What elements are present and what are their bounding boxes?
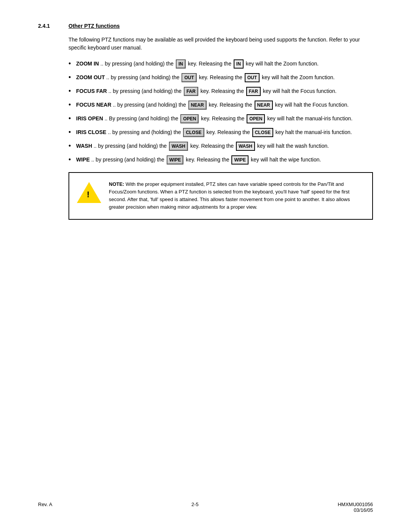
note-label: NOTE:	[109, 181, 124, 187]
text-part: .. by pressing and (holding) the	[106, 129, 182, 135]
bullet-content: IRIS CLOSE .. by pressing and (holding) …	[76, 128, 373, 137]
key-close-2: CLOSE	[252, 128, 273, 137]
key-wash-1: WASH	[169, 142, 188, 151]
key-out-1: OUT	[182, 73, 196, 82]
text-part: key halt the manual-iris function.	[274, 129, 352, 135]
key-in-2: IN	[234, 59, 244, 69]
bullet-content: ZOOM IN .. by pressing (and holding) the…	[76, 59, 373, 69]
text-part: .. by pressing (and holding) the	[112, 102, 188, 108]
text-part: .. by pressing (and holding) the	[92, 143, 168, 149]
footer-right: HMXMU001056 03/16/05	[338, 502, 373, 513]
text-part: key. Releasing the	[186, 61, 233, 67]
list-item: • FOCUS FAR .. by pressing (and holding)…	[68, 87, 373, 96]
key-close-1: CLOSE	[183, 128, 204, 137]
text-part: key will halt the wash function.	[256, 143, 329, 149]
text-part: key. Releasing the	[199, 88, 245, 94]
text-part: key. Releasing the	[205, 129, 252, 135]
text-part: .. By pressing (and holding) the	[103, 115, 180, 121]
intro-text: The following PTZ functions may be avail…	[68, 36, 373, 52]
bold-label: ZOOM OUT	[76, 74, 105, 80]
bullet-dot: •	[68, 59, 76, 68]
bold-label: ZOOM IN	[76, 61, 99, 67]
bullet-content: FOCUS NEAR .. by pressing (and holding) …	[76, 101, 373, 110]
bullet-dot: •	[68, 128, 76, 137]
key-far-1: FAR	[184, 87, 198, 96]
text-part: key. Releasing the	[199, 115, 246, 121]
text-part: key will halt the manual-iris function.	[266, 115, 352, 121]
section-number: 2.4.1	[38, 23, 68, 29]
bullet-content: FOCUS FAR .. by pressing (and holding) t…	[76, 87, 373, 96]
text-part: .. by pressing (and holding) the	[90, 157, 166, 163]
text-part: key will halt the wipe function.	[249, 157, 321, 163]
bold-label: FOCUS NEAR	[76, 102, 112, 108]
bullet-dot: •	[68, 155, 76, 164]
footer-center: 2-5	[191, 502, 199, 513]
footer: Rev. A 2-5 HMXMU001056 03/16/05	[38, 502, 373, 513]
footer-doc-num: HMXMU001056	[338, 502, 373, 507]
key-open-2: OPEN	[247, 114, 265, 123]
text-part: key will halt the Focus function.	[261, 88, 337, 94]
bold-label: IRIS OPEN	[76, 115, 103, 121]
key-wipe-2: WIPE	[231, 155, 249, 165]
list-item: • ZOOM OUT .. by pressing (and holding) …	[68, 73, 373, 82]
key-near-1: NEAR	[188, 101, 207, 110]
bullet-dot: •	[68, 87, 76, 96]
warning-triangle-icon	[77, 182, 101, 203]
key-far-2: FAR	[246, 87, 261, 96]
list-item: • ZOOM IN .. by pressing (and holding) t…	[68, 59, 373, 69]
key-in-1: IN	[176, 59, 186, 69]
bullet-content: ZOOM OUT .. by pressing (and holding) th…	[76, 73, 373, 82]
text-part: key. Releasing the	[189, 143, 235, 149]
key-open-1: OPEN	[180, 114, 199, 123]
text-part: key will halt the Zoom function.	[260, 74, 335, 80]
text-part: .. by pressing (and holding) the	[99, 61, 175, 67]
text-part: key. Releasing the	[184, 157, 231, 163]
warning-icon-container	[77, 181, 101, 203]
bold-label: WASH	[76, 143, 92, 149]
page: 2.4.1 Other PTZ functions The following …	[0, 0, 411, 532]
bold-label: WIPE	[76, 157, 90, 163]
bullet-content: WIPE .. by pressing (and holding) the WI…	[76, 155, 373, 165]
footer-left: Rev. A	[38, 502, 52, 513]
text-part: .. by pressing (and holding) the	[107, 88, 183, 94]
key-wipe-1: WIPE	[167, 155, 184, 165]
note-box: NOTE: With the proper equipment installe…	[68, 172, 373, 220]
bullet-list: • ZOOM IN .. by pressing (and holding) t…	[68, 59, 373, 165]
list-item: • FOCUS NEAR .. by pressing (and holding…	[68, 101, 373, 110]
list-item: • IRIS OPEN .. By pressing (and holding)…	[68, 114, 373, 123]
section-title: Other PTZ functions	[68, 23, 120, 29]
bullet-dot: •	[68, 73, 76, 82]
bullet-content: WASH .. by pressing (and holding) the WA…	[76, 142, 373, 151]
section-heading: 2.4.1 Other PTZ functions	[38, 23, 373, 29]
note-text: NOTE: With the proper equipment installe…	[109, 181, 365, 211]
text-part: key. Releasing the	[207, 102, 254, 108]
text-part: key. Releasing the	[198, 74, 244, 80]
list-item: • WIPE .. by pressing (and holding) the …	[68, 155, 373, 165]
key-near-2: NEAR	[255, 101, 273, 110]
bullet-dot: •	[68, 142, 76, 150]
key-wash-2: WASH	[236, 142, 255, 151]
bullet-dot: •	[68, 101, 76, 109]
text-part: .. by pressing (and holding) the	[105, 74, 181, 80]
note-body: With the proper equipment installed, PTZ…	[109, 181, 350, 210]
bold-label: IRIS CLOSE	[76, 129, 106, 135]
text-part: key will halt the Focus function.	[274, 102, 349, 108]
footer-date: 03/16/05	[354, 507, 373, 513]
key-out-2: OUT	[245, 73, 260, 82]
bullet-content: IRIS OPEN .. By pressing (and holding) t…	[76, 114, 373, 123]
list-item: • WASH .. by pressing (and holding) the …	[68, 142, 373, 151]
list-item: • IRIS CLOSE .. by pressing and (holding…	[68, 128, 373, 137]
bullet-dot: •	[68, 114, 76, 123]
bold-label: FOCUS FAR	[76, 88, 107, 94]
text-part: key will halt the Zoom function.	[244, 61, 319, 67]
